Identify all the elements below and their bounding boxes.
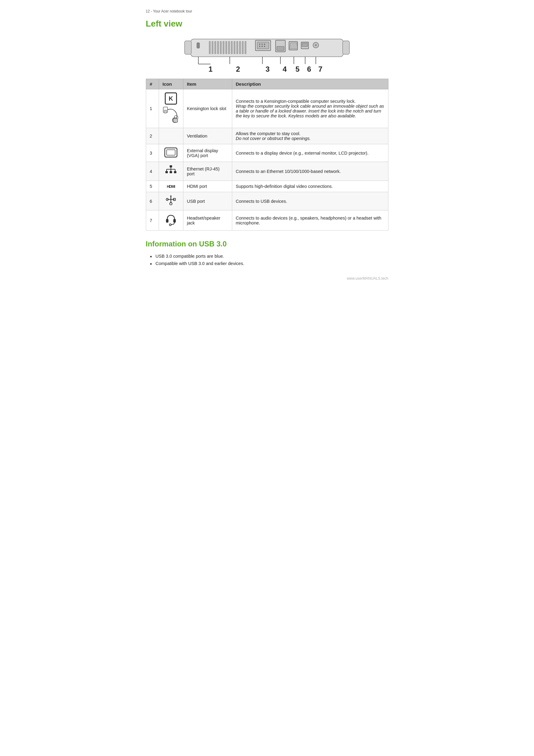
- kensington-icon: K: [165, 93, 177, 105]
- row-desc: Connects to an Ethernet 10/100/1000-base…: [232, 162, 388, 181]
- svg-rect-3: [197, 43, 200, 48]
- row-icon: K: [159, 89, 183, 128]
- svg-marker-69: [170, 195, 172, 196]
- col-header-item: Item: [183, 79, 232, 89]
- svg-rect-4: [209, 41, 211, 54]
- row-num: 3: [146, 144, 159, 162]
- svg-text:1: 1: [209, 65, 212, 73]
- row-icon: [159, 192, 183, 210]
- table-row: 2 Ventilation Allows the computer to sta…: [146, 128, 388, 144]
- diagram-svg: 1 2 3 4 5 6 7: [179, 34, 355, 76]
- col-header-num: #: [146, 79, 159, 89]
- usb-icon: [165, 195, 176, 206]
- desc-main: Supports high-definition digital video c…: [236, 184, 333, 189]
- hdmi-icon: HDMI: [167, 184, 175, 189]
- features-table: # Icon Item Description 1 K: [146, 79, 388, 230]
- svg-rect-14: [237, 41, 238, 54]
- row-num: 1: [146, 89, 159, 128]
- svg-marker-29: [290, 43, 297, 49]
- row-desc: Connects to a Kensington-compatible comp…: [232, 89, 388, 128]
- svg-rect-52: [173, 119, 178, 122]
- desc-main: Connects to audio devices (e.g., speaker…: [236, 216, 381, 225]
- desc-main: Allows the computer to stay cool.: [236, 131, 300, 136]
- vga-icon: [164, 147, 178, 158]
- row-item: Ethernet (RJ-45) port: [183, 162, 232, 181]
- svg-rect-5: [212, 41, 213, 54]
- table-row: 7 Headset/speaker jack Connects to audio…: [146, 210, 388, 230]
- headset-icon: [165, 213, 177, 226]
- usb-section-title: Information on USB 3.0: [146, 240, 388, 248]
- svg-point-25: [264, 46, 265, 47]
- svg-rect-11: [228, 41, 230, 54]
- table-row: 1 K Kensington lock slot: [146, 89, 388, 128]
- svg-rect-70: [166, 219, 168, 223]
- svg-point-33: [315, 44, 317, 46]
- row-item: Kensington lock slot: [183, 89, 232, 128]
- svg-rect-15: [239, 41, 241, 54]
- desc-main: Connects to a Kensington-compatible comp…: [236, 99, 356, 104]
- svg-point-20: [259, 43, 260, 45]
- svg-rect-2: [343, 41, 350, 54]
- svg-rect-27: [277, 46, 284, 51]
- desc-italic: Do not cover or obstruct the openings.: [236, 136, 311, 141]
- list-item: Compatible with USB 3.0 and earlier devi…: [149, 260, 388, 267]
- svg-rect-12: [231, 41, 233, 54]
- row-desc: Allows the computer to stay cool. Do not…: [232, 128, 388, 144]
- row-num: 5: [146, 181, 159, 192]
- row-num: 2: [146, 128, 159, 144]
- svg-point-21: [262, 43, 263, 45]
- col-header-icon: Icon: [159, 79, 183, 89]
- desc-main: Connects to a display device (e.g., exte…: [236, 151, 369, 155]
- svg-rect-54: [167, 150, 175, 155]
- svg-rect-55: [170, 165, 172, 167]
- svg-rect-19: [257, 42, 269, 49]
- svg-point-24: [262, 46, 263, 47]
- table-row: 5 HDMI HDMI port Supports high-definitio…: [146, 181, 388, 192]
- kensington-illustration: [163, 106, 180, 125]
- table-row: 6 USB port Connects to USB devices.: [146, 192, 388, 210]
- svg-rect-63: [174, 171, 176, 173]
- svg-rect-50: [164, 110, 167, 113]
- table-header-row: # Icon Item Description: [146, 79, 388, 89]
- col-header-desc: Description: [232, 79, 388, 89]
- svg-rect-8: [220, 41, 221, 54]
- svg-text:4: 4: [283, 65, 287, 73]
- row-icon: [159, 162, 183, 181]
- row-desc: Connects to a display device (e.g., exte…: [232, 144, 388, 162]
- list-item: USB 3.0 compatible ports are blue.: [149, 253, 388, 260]
- row-item: Ventilation: [183, 128, 232, 144]
- row-desc: Connects to audio devices (e.g., speaker…: [232, 210, 388, 230]
- svg-rect-17: [245, 41, 246, 54]
- svg-point-23: [259, 46, 260, 47]
- row-num: 4: [146, 162, 159, 181]
- row-icon: [159, 144, 183, 162]
- row-desc: Supports high-definition digital video c…: [232, 181, 388, 192]
- svg-text:6: 6: [307, 65, 311, 73]
- row-num: 7: [146, 210, 159, 230]
- section-title: Left view: [146, 19, 388, 29]
- footer-url: www.userMANUALS.tech: [146, 276, 388, 281]
- row-icon: [159, 210, 183, 230]
- svg-rect-6: [214, 41, 216, 54]
- row-item: External display (VGA) port: [183, 144, 232, 162]
- row-num: 6: [146, 192, 159, 210]
- svg-point-72: [169, 224, 171, 226]
- svg-point-22: [264, 43, 265, 45]
- svg-text:7: 7: [318, 65, 322, 73]
- svg-text:2: 2: [236, 65, 240, 73]
- svg-text:5: 5: [295, 65, 299, 73]
- table-row: 4 Ethernet (RJ-45) port Conn: [146, 162, 388, 181]
- desc-italic: Wrap the computer security lock cable ar…: [236, 104, 384, 118]
- row-icon: [159, 128, 183, 144]
- row-item: HDMI port: [183, 181, 232, 192]
- row-item: Headset/speaker jack: [183, 210, 232, 230]
- desc-main: Connects to an Ethernet 10/100/1000-base…: [236, 169, 341, 174]
- svg-rect-9: [223, 41, 224, 54]
- svg-rect-10: [226, 41, 227, 54]
- row-desc: Connects to USB devices.: [232, 192, 388, 210]
- svg-rect-62: [170, 171, 172, 173]
- page-header: 12 - Your Acer notebook tour: [146, 9, 388, 14]
- table-row: 3 External display (VGA) port Connects t…: [146, 144, 388, 162]
- svg-rect-31: [302, 43, 308, 47]
- svg-rect-7: [217, 41, 219, 54]
